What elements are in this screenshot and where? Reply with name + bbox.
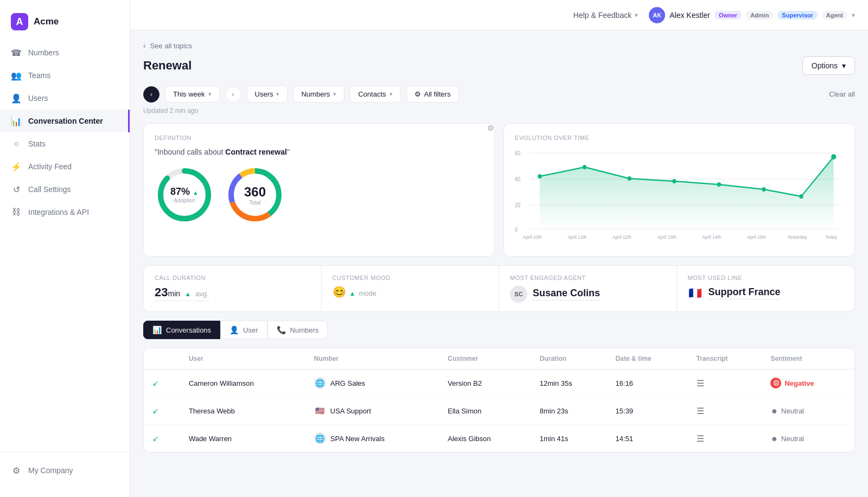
app-logo: A Acme xyxy=(0,9,130,41)
svg-text:20: 20 xyxy=(515,202,520,208)
stat-call-duration-value: 23min ▲ avg. xyxy=(155,285,209,301)
filters-row: ‹ This week ▾ › Users ▾ Numbers ▾ Contac… xyxy=(143,86,855,103)
breadcrumb-label: See all topics xyxy=(150,42,192,50)
sentiment-cell-3: ☻ Neutral xyxy=(762,425,854,453)
sidebar-item-stats[interactable]: ○ Stats xyxy=(0,132,130,155)
badge-supervisor: Supervisor xyxy=(777,11,817,20)
number-name-2: USA Support xyxy=(330,407,371,415)
transcript-icon-1[interactable]: ☰ xyxy=(697,379,704,388)
svg-point-22 xyxy=(799,194,803,199)
donut-area: 87% ▲ Adoption xyxy=(155,165,483,225)
users-filter-label: Users xyxy=(255,90,273,98)
stat-most-engaged-agent: Most engaged agent SC Susane Colins xyxy=(499,266,677,311)
svg-point-16 xyxy=(538,174,541,179)
definition-text: "Inbound calls about Contract renewal" xyxy=(155,148,483,156)
table: User Number Customer Duration Date & tim… xyxy=(144,348,854,452)
call-type-cell-2: ↙ xyxy=(144,397,180,425)
tab-numbers[interactable]: 📞 Numbers xyxy=(267,321,328,339)
stat-customer-mood-value: 😊 ▲ mode xyxy=(333,285,488,298)
duration-cell-2: 8min 23s xyxy=(531,397,607,425)
contacts-filter-label: Contacts xyxy=(358,90,386,98)
user-menu-chevron-icon[interactable]: ▾ xyxy=(852,11,855,19)
sidebar-label-activity-feed: Activity Feed xyxy=(28,162,72,171)
sidebar-item-numbers[interactable]: ☎ Numbers xyxy=(0,41,130,64)
stats-row: Call duration 23min ▲ avg. Customer mood… xyxy=(143,265,855,312)
svg-text:April 14th: April 14th xyxy=(702,234,721,240)
svg-text:April 13th: April 13th xyxy=(658,234,676,240)
adoption-donut-center: 87% ▲ Adoption xyxy=(170,186,199,203)
period-prev-button[interactable]: ‹ xyxy=(143,86,159,103)
line-chart-svg: 60 40 20 0 xyxy=(515,148,844,245)
svg-text:40: 40 xyxy=(515,176,520,182)
phone-icon: ☎ xyxy=(11,47,22,58)
th-number: Number xyxy=(305,348,439,369)
sidebar-item-teams[interactable]: 👥 Teams xyxy=(0,64,130,87)
sidebar-item-call-settings[interactable]: ↺ Call Settings xyxy=(0,178,130,201)
stat-call-duration-label: Call duration xyxy=(155,275,310,281)
svg-point-18 xyxy=(628,176,631,181)
line-name: Support France xyxy=(709,286,781,300)
topbar: Help & Feedback ▾ AK Alex Kestler Owner … xyxy=(130,0,868,30)
chart-title: Evolution over time xyxy=(515,135,844,141)
sentiment-label-2: Neutral xyxy=(781,407,804,415)
options-button[interactable]: Options ▾ xyxy=(802,56,855,75)
tab-conversations[interactable]: 📊 Conversations xyxy=(143,321,220,339)
svg-point-23 xyxy=(831,154,836,160)
badge-admin: Admin xyxy=(746,11,773,20)
numbers-filter[interactable]: Numbers ▾ xyxy=(293,86,344,103)
spa-flag-icon: 🌐 xyxy=(314,432,326,444)
sidebar-item-conversation-center[interactable]: 📊 Conversation Center xyxy=(0,110,130,132)
number-cell: 🌐 ARG Sales xyxy=(305,369,439,397)
user-cell: Cameron Williamson xyxy=(180,369,305,397)
adoption-trend-icon: ▲ xyxy=(193,189,199,196)
numbers-chevron-icon: ▾ xyxy=(333,91,336,98)
sidebar-item-my-company[interactable]: ⚙ My Company xyxy=(0,459,130,482)
logo-icon: A xyxy=(11,13,28,30)
number-cell-3: 🌐 SPA New Arrivals xyxy=(305,425,439,453)
th-call xyxy=(144,348,180,369)
breadcrumb[interactable]: ‹ See all topics xyxy=(143,41,855,50)
duration-cell-3: 1min 41s xyxy=(531,425,607,453)
sidebar-bottom: ⚙ My Company xyxy=(0,452,130,488)
user-name: Alex Kestler xyxy=(669,11,710,20)
transcript-cell-2: ☰ xyxy=(688,397,762,425)
time-cell-2: 15:39 xyxy=(607,397,688,425)
period-next-button[interactable]: › xyxy=(225,86,241,103)
duration-number: 23 xyxy=(155,285,168,299)
clear-all-button[interactable]: Clear all xyxy=(829,90,855,98)
gear-icon[interactable]: ⚙ xyxy=(487,124,494,132)
svg-text:April 12th: April 12th xyxy=(612,234,631,240)
th-user: User xyxy=(180,348,305,369)
customer-cell-1: Version B2 xyxy=(439,369,531,397)
agent-name: Susane Colins xyxy=(533,288,600,301)
sidebar-item-activity-feed[interactable]: ⚡ Activity Feed xyxy=(0,155,130,178)
number-name-3: SPA New Arrivals xyxy=(330,435,385,443)
sidebar-item-users[interactable]: 👤 Users xyxy=(0,87,130,110)
svg-text:April 15th: April 15th xyxy=(747,234,766,240)
users-chevron-icon: ▾ xyxy=(276,91,279,98)
duration-cell-1: 12min 35s xyxy=(531,369,607,397)
customer-cell-2: Ella Simon xyxy=(439,397,531,425)
table-body: ↙ Cameron Williamson 🌐 ARG Sales Version… xyxy=(144,369,854,453)
chart-container: 60 40 20 0 xyxy=(515,148,844,245)
users-filter[interactable]: Users ▾ xyxy=(247,86,288,103)
total-value: 360 xyxy=(244,184,266,200)
help-feedback-button[interactable]: Help & Feedback ▾ xyxy=(573,11,638,20)
integrations-icon: ⛓ xyxy=(11,207,22,218)
definition-label: Definition xyxy=(155,135,483,141)
user-name-2: Theresa Webb xyxy=(189,407,235,415)
contacts-filter[interactable]: Contacts ▾ xyxy=(350,86,400,103)
transcript-icon-2[interactable]: ☰ xyxy=(697,406,704,416)
svg-text:0: 0 xyxy=(515,227,518,233)
page-header: Renewal Options ▾ xyxy=(143,56,855,75)
sidebar-item-integrations[interactable]: ⛓ Integrations & API xyxy=(0,201,130,224)
svg-text:April 11th: April 11th xyxy=(567,234,586,240)
period-filter[interactable]: This week ▾ xyxy=(165,86,220,103)
definition-highlight: Contract renewal xyxy=(225,148,287,156)
number-flag-2: 🇺🇸 USA Support xyxy=(314,405,431,417)
duration-trend-icon: ▲ xyxy=(184,290,191,298)
transcript-icon-3[interactable]: ☰ xyxy=(697,434,704,443)
all-filters-button[interactable]: ⚙ All filters xyxy=(406,86,459,103)
th-transcript: Transcript xyxy=(688,348,762,369)
tab-user[interactable]: 👤 User xyxy=(220,321,267,339)
